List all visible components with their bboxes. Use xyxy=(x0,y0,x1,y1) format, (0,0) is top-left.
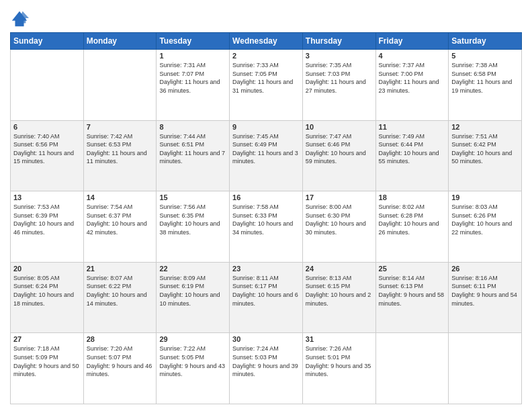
cell-info: Sunrise: 7:42 AM Sunset: 6:53 PM Dayligh… xyxy=(87,132,154,166)
logo xyxy=(10,9,30,28)
cell-info: Sunrise: 7:51 AM Sunset: 6:42 PM Dayligh… xyxy=(451,132,519,166)
calendar-cell: 29Sunrise: 7:22 AM Sunset: 5:05 PM Dayli… xyxy=(157,333,230,404)
day-number: 22 xyxy=(159,265,226,273)
calendar-cell: 8Sunrise: 7:44 AM Sunset: 6:51 PM Daylig… xyxy=(157,120,230,191)
cell-info: Sunrise: 7:40 AM Sunset: 6:56 PM Dayligh… xyxy=(13,132,81,166)
day-number: 26 xyxy=(451,265,519,273)
day-number: 6 xyxy=(13,123,81,131)
calendar-body: 1Sunrise: 7:31 AM Sunset: 7:07 PM Daylig… xyxy=(11,50,522,404)
day-number: 15 xyxy=(159,193,226,201)
day-number: 28 xyxy=(87,335,154,343)
day-number: 30 xyxy=(232,335,300,343)
weekday-header: Wednesday xyxy=(230,33,303,50)
calendar-cell: 12Sunrise: 7:51 AM Sunset: 6:42 PM Dayli… xyxy=(449,120,522,191)
page: SundayMondayTuesdayWednesdayThursdayFrid… xyxy=(0,0,532,411)
calendar-cell: 7Sunrise: 7:42 AM Sunset: 6:53 PM Daylig… xyxy=(83,120,157,191)
header xyxy=(10,7,522,28)
cell-info: Sunrise: 7:53 AM Sunset: 6:39 PM Dayligh… xyxy=(13,203,81,236)
cell-info: Sunrise: 7:44 AM Sunset: 6:51 PM Dayligh… xyxy=(159,132,226,166)
calendar-week-row: 20Sunrise: 8:05 AM Sunset: 6:24 PM Dayli… xyxy=(11,262,522,333)
day-number: 25 xyxy=(379,265,446,273)
day-number: 16 xyxy=(232,193,300,201)
weekday-header: Sunday xyxy=(11,33,84,50)
cell-info: Sunrise: 7:26 AM Sunset: 5:01 PM Dayligh… xyxy=(306,345,373,378)
weekday-header: Thursday xyxy=(302,33,375,50)
cell-info: Sunrise: 7:54 AM Sunset: 6:37 PM Dayligh… xyxy=(87,203,154,236)
weekday-header: Friday xyxy=(375,33,449,50)
cell-info: Sunrise: 7:47 AM Sunset: 6:46 PM Dayligh… xyxy=(306,132,373,166)
cell-info: Sunrise: 8:03 AM Sunset: 6:26 PM Dayligh… xyxy=(451,203,519,236)
cell-info: Sunrise: 7:31 AM Sunset: 7:07 PM Dayligh… xyxy=(159,61,226,95)
cell-info: Sunrise: 7:35 AM Sunset: 7:03 PM Dayligh… xyxy=(306,61,373,95)
day-number: 18 xyxy=(379,193,446,201)
cell-info: Sunrise: 8:13 AM Sunset: 6:15 PM Dayligh… xyxy=(306,274,373,308)
calendar-cell: 18Sunrise: 8:02 AM Sunset: 6:28 PM Dayli… xyxy=(375,191,449,263)
day-number: 20 xyxy=(13,265,81,273)
cell-info: Sunrise: 8:00 AM Sunset: 6:30 PM Dayligh… xyxy=(306,203,373,236)
calendar-cell xyxy=(11,50,84,121)
day-number: 12 xyxy=(451,123,519,131)
day-number: 23 xyxy=(232,265,300,273)
day-number: 5 xyxy=(451,52,519,60)
day-number: 17 xyxy=(306,193,373,201)
day-number: 1 xyxy=(159,52,226,60)
calendar-cell: 17Sunrise: 8:00 AM Sunset: 6:30 PM Dayli… xyxy=(302,191,375,263)
calendar-cell xyxy=(449,333,522,404)
calendar-cell: 14Sunrise: 7:54 AM Sunset: 6:37 PM Dayli… xyxy=(83,191,157,263)
calendar-cell: 30Sunrise: 7:24 AM Sunset: 5:03 PM Dayli… xyxy=(230,333,303,404)
calendar-cell xyxy=(83,50,157,121)
day-number: 14 xyxy=(87,193,154,201)
logo-icon xyxy=(10,9,29,28)
calendar-cell xyxy=(375,333,449,404)
calendar-cell: 9Sunrise: 7:45 AM Sunset: 6:49 PM Daylig… xyxy=(230,120,303,191)
calendar-week-row: 27Sunrise: 7:18 AM Sunset: 5:09 PM Dayli… xyxy=(11,333,522,404)
cell-info: Sunrise: 7:45 AM Sunset: 6:49 PM Dayligh… xyxy=(232,132,300,166)
cell-info: Sunrise: 8:14 AM Sunset: 6:13 PM Dayligh… xyxy=(379,274,446,308)
cell-info: Sunrise: 8:11 AM Sunset: 6:17 PM Dayligh… xyxy=(232,274,300,308)
calendar-cell: 22Sunrise: 8:09 AM Sunset: 6:19 PM Dayli… xyxy=(157,262,230,333)
day-number: 29 xyxy=(159,335,226,343)
day-number: 4 xyxy=(379,52,446,60)
day-number: 10 xyxy=(306,123,373,131)
day-number: 9 xyxy=(232,123,300,131)
calendar-cell: 23Sunrise: 8:11 AM Sunset: 6:17 PM Dayli… xyxy=(230,262,303,333)
calendar-cell: 2Sunrise: 7:33 AM Sunset: 7:05 PM Daylig… xyxy=(230,50,303,121)
day-number: 2 xyxy=(232,52,300,60)
weekday-header: Tuesday xyxy=(157,33,230,50)
day-number: 13 xyxy=(13,193,81,201)
cell-info: Sunrise: 8:05 AM Sunset: 6:24 PM Dayligh… xyxy=(13,274,81,308)
day-number: 24 xyxy=(306,265,373,273)
calendar-cell: 15Sunrise: 7:56 AM Sunset: 6:35 PM Dayli… xyxy=(157,191,230,263)
cell-info: Sunrise: 7:18 AM Sunset: 5:09 PM Dayligh… xyxy=(13,345,81,378)
cell-info: Sunrise: 8:07 AM Sunset: 6:22 PM Dayligh… xyxy=(87,274,154,308)
calendar-cell: 24Sunrise: 8:13 AM Sunset: 6:15 PM Dayli… xyxy=(302,262,375,333)
calendar-week-row: 6Sunrise: 7:40 AM Sunset: 6:56 PM Daylig… xyxy=(11,120,522,191)
cell-info: Sunrise: 7:33 AM Sunset: 7:05 PM Dayligh… xyxy=(232,61,300,95)
calendar-cell: 3Sunrise: 7:35 AM Sunset: 7:03 PM Daylig… xyxy=(302,50,375,121)
cell-info: Sunrise: 7:56 AM Sunset: 6:35 PM Dayligh… xyxy=(159,203,226,236)
weekday-header: Monday xyxy=(83,33,157,50)
day-number: 8 xyxy=(159,123,226,131)
calendar-cell: 20Sunrise: 8:05 AM Sunset: 6:24 PM Dayli… xyxy=(11,262,84,333)
cell-info: Sunrise: 8:16 AM Sunset: 6:11 PM Dayligh… xyxy=(451,274,519,308)
cell-info: Sunrise: 7:22 AM Sunset: 5:05 PM Dayligh… xyxy=(159,345,226,378)
day-number: 27 xyxy=(13,335,81,343)
calendar-week-row: 1Sunrise: 7:31 AM Sunset: 7:07 PM Daylig… xyxy=(11,50,522,121)
calendar-cell: 25Sunrise: 8:14 AM Sunset: 6:13 PM Dayli… xyxy=(375,262,449,333)
cell-info: Sunrise: 8:09 AM Sunset: 6:19 PM Dayligh… xyxy=(159,274,226,308)
calendar-cell: 6Sunrise: 7:40 AM Sunset: 6:56 PM Daylig… xyxy=(11,120,84,191)
cell-info: Sunrise: 7:37 AM Sunset: 7:00 PM Dayligh… xyxy=(379,61,446,95)
calendar-week-row: 13Sunrise: 7:53 AM Sunset: 6:39 PM Dayli… xyxy=(11,191,522,263)
calendar-cell: 11Sunrise: 7:49 AM Sunset: 6:44 PM Dayli… xyxy=(375,120,449,191)
calendar-cell: 4Sunrise: 7:37 AM Sunset: 7:00 PM Daylig… xyxy=(375,50,449,121)
cell-info: Sunrise: 7:38 AM Sunset: 6:58 PM Dayligh… xyxy=(451,61,519,95)
calendar-cell: 10Sunrise: 7:47 AM Sunset: 6:46 PM Dayli… xyxy=(302,120,375,191)
calendar-cell: 21Sunrise: 8:07 AM Sunset: 6:22 PM Dayli… xyxy=(83,262,157,333)
day-number: 7 xyxy=(87,123,154,131)
calendar-cell: 27Sunrise: 7:18 AM Sunset: 5:09 PM Dayli… xyxy=(11,333,84,404)
calendar-cell: 16Sunrise: 7:58 AM Sunset: 6:33 PM Dayli… xyxy=(230,191,303,263)
day-number: 3 xyxy=(306,52,373,60)
calendar-cell: 13Sunrise: 7:53 AM Sunset: 6:39 PM Dayli… xyxy=(11,191,84,263)
cell-info: Sunrise: 8:02 AM Sunset: 6:28 PM Dayligh… xyxy=(379,203,446,236)
calendar-cell: 26Sunrise: 8:16 AM Sunset: 6:11 PM Dayli… xyxy=(449,262,522,333)
